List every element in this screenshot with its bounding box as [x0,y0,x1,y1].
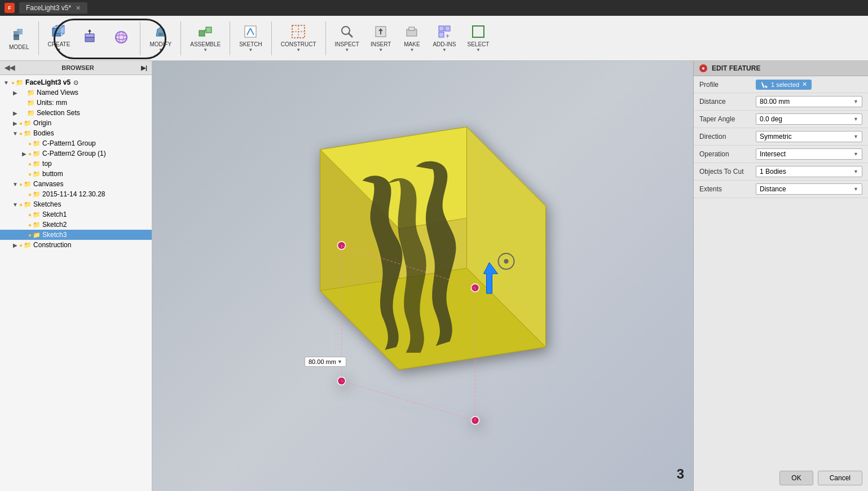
eye-canvases[interactable]: ● [19,181,23,187]
modify-button[interactable]: MODIFY ▼ [145,21,176,55]
eye-canvas-date[interactable]: ● [28,191,32,198]
tree-item-selection-sets[interactable]: ▶ 📁 Selection Sets [0,108,152,118]
tree-item-buttom[interactable]: ● 📁 buttom [0,169,152,179]
panel-row-extents: Extents Distance ▼ [694,181,868,198]
distance-badge-dropdown[interactable]: ▼ [337,359,342,365]
tree-item-construction[interactable]: ▶ ● 📁 Construction [0,240,152,250]
folder-construction: 📁 [24,242,32,249]
inspect-button[interactable]: INSPECT ▼ [331,21,364,55]
tree-item-sketch3[interactable]: ● 📁 Sketch3 [0,230,152,240]
eye-construction[interactable]: ● [19,242,23,248]
app-tab[interactable]: FaceLight3 v5* ✕ [19,2,87,14]
insert-button[interactable]: INSERT ▼ [366,21,396,55]
tree-item-sketches[interactable]: ▼ ● 📁 Sketches [0,199,152,209]
tree-item-c-pattern1[interactable]: ● 📁 C-Pattern1 Group [0,138,152,148]
tree-item-bodies[interactable]: ▼ ● 📁 Bodies [0,128,152,138]
eye-sketch1[interactable]: ● [28,212,32,218]
inspect-icon [339,24,355,40]
sketch-icon [243,24,258,40]
main-area: ◀◀ BROWSER ▶| ▼ ● 📁 FaceLight3 v5 ⊙ ▶ 📁 … [0,61,868,491]
sketch-button[interactable]: SKETCH ▼ [235,21,267,55]
eye-c-pattern2[interactable]: ● [28,151,32,157]
viewport[interactable]: 80.00 mm ▼ 3 [152,61,693,491]
panel-buttons: OK Cancel [694,465,868,491]
tab-close-button[interactable]: ✕ [76,5,81,12]
panel-row-profile: Profile 1 selected ✕ [694,76,868,93]
dropdown-distance[interactable]: 80.00 mm ▼ [756,96,862,107]
tree-item-canvas-date[interactable]: ● 📁 2015-11-14 12.30.28 [0,189,152,199]
create-sphere-button[interactable] [107,27,135,49]
eye-origin[interactable]: ● [19,120,23,126]
panel-row-operation: Operation Intersect ▼ [694,146,868,163]
browser-nav[interactable]: ◀◀ [5,64,15,72]
toggle-sketches[interactable]: ▼ [11,201,19,208]
dropdown-objects-to-cut[interactable]: 1 Bodies ▼ [756,166,862,177]
create-extrude-button[interactable] [77,27,105,49]
label-bodies: Bodies [33,129,54,137]
folder-c-pattern2: 📁 [33,150,41,157]
tree-item-named-views[interactable]: ▶ 📁 Named Views [0,87,152,98]
toggle-canvases[interactable]: ▼ [11,181,19,187]
assemble-button[interactable]: ASSEMBLE ▼ [186,21,225,55]
tree-item-top[interactable]: ● 📁 top [0,159,152,169]
root-toggle[interactable]: ▼ [2,80,10,86]
addins-button[interactable]: + ADD-INS ▼ [428,21,460,55]
tree-item-canvases[interactable]: ▼ ● 📁 Canvases [0,179,152,189]
row-value-taper-angle: 0.0 deg ▼ [756,113,862,125]
dropdown-operation[interactable]: Intersect ▼ [756,148,862,160]
panel-row-direction: Direction Symmetric ▼ [694,128,868,146]
cancel-button[interactable]: Cancel [818,471,862,485]
toggle-c-pattern2[interactable]: ▶ [20,151,28,157]
tree-root[interactable]: ▼ ● 📁 FaceLight3 v5 ⊙ [0,77,152,87]
dropdown-taper-angle[interactable]: 0.0 deg ▼ [756,113,862,125]
eye-buttom[interactable]: ● [28,171,32,177]
eye-c-pattern1[interactable]: ● [28,141,32,147]
model-button[interactable]: MODEL [5,24,34,52]
dropdown-extents[interactable]: Distance ▼ [756,183,862,195]
eye-bodies[interactable]: ● [19,130,23,137]
select-button[interactable]: SELECT ▼ [463,21,494,55]
toggle-named-views[interactable]: ▶ [11,90,19,96]
folder-sketches: 📁 [24,201,32,208]
ok-button[interactable]: OK [779,471,813,485]
svg-text:+: + [446,32,450,40]
svg-line-50 [341,381,475,420]
label-construction: Construction [33,241,71,249]
eye-top[interactable]: ● [28,161,32,167]
eye-sketches[interactable]: ● [19,201,23,208]
distance-badge: 80.00 mm ▼ [305,357,346,367]
make-button[interactable]: MAKE ▼ [398,21,426,55]
construct-button[interactable]: CONSTRUCT ▼ [276,21,321,55]
edit-panel-close-button[interactable]: ● [699,64,707,72]
deselect-button-profile[interactable]: ✕ [802,81,807,88]
dropdown-direction[interactable]: Symmetric ▼ [756,131,862,142]
folder-sketch1: 📁 [33,211,41,218]
create-box-button[interactable]: CREATE ▼ [43,21,75,55]
toggle-construction[interactable]: ▶ [11,242,19,248]
label-c-pattern2: C-Pattern2 Group (1) [42,150,106,157]
toggle-bodies[interactable]: ▼ [11,130,19,137]
sep2 [140,21,140,55]
make-arrow: ▼ [409,47,414,52]
tree-item-origin[interactable]: ▶ ● 📁 Origin [0,118,152,128]
row-label-distance: Distance [699,98,756,106]
app-icon: F [5,3,15,13]
svg-line-5 [52,25,56,28]
svg-rect-32 [409,27,415,30]
eye-sketch2[interactable]: ● [28,222,32,228]
sep6 [325,21,326,55]
folder-bodies: 📁 [24,130,32,137]
folder-named-views: 📁 [27,89,35,97]
tree-item-sketch1[interactable]: ● 📁 Sketch1 [0,209,152,220]
addins-arrow: ▼ [442,47,447,52]
eye-sketch3[interactable]: ● [28,232,32,238]
tree-item-sketch2[interactable]: ● 📁 Sketch2 [0,220,152,230]
tab-label: FaceLight3 v5* [26,4,71,12]
browser-collapse[interactable]: ▶| [141,64,147,72]
row-value-operation: Intersect ▼ [756,148,862,160]
tree-item-units[interactable]: 📁 Units: mm [0,98,152,108]
toggle-origin[interactable]: ▶ [11,120,19,126]
tree-item-c-pattern2[interactable]: ▶ ● 📁 C-Pattern2 Group (1) [0,148,152,159]
label-top: top [42,160,52,168]
toggle-selection-sets[interactable]: ▶ [11,110,19,116]
